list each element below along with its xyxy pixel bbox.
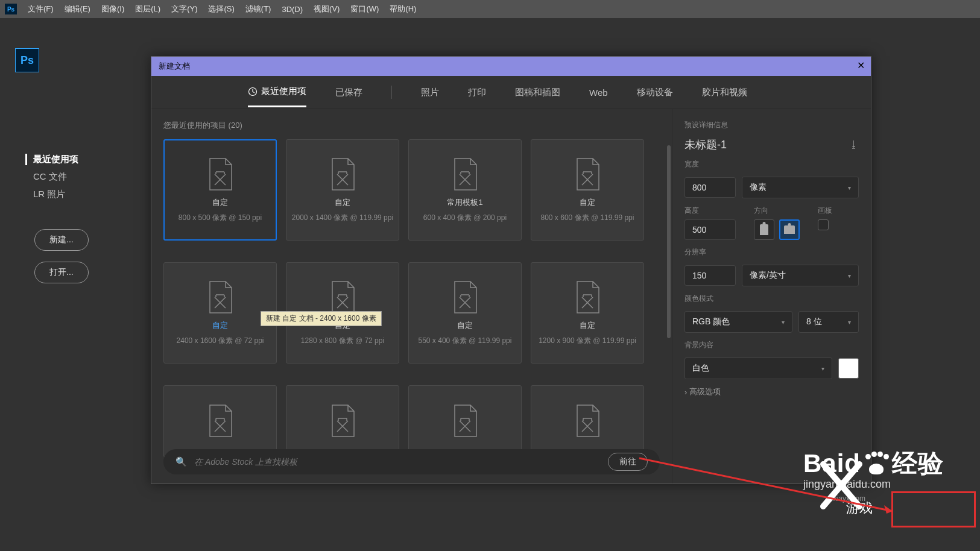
sidebar-cc-files[interactable]: CC 文件 xyxy=(33,171,78,183)
document-icon xyxy=(574,280,601,315)
dialog-titlebar[interactable]: 新建文档 ✕ xyxy=(151,57,871,76)
new-document-dialog: 新建文档 ✕ 最近使用项 已保存 照片 打印 图稿和插图 Web 移动设备 胶片… xyxy=(151,56,871,484)
menu-image[interactable]: 图像(I) xyxy=(101,4,124,14)
document-icon xyxy=(574,404,601,439)
stock-search: 🔍 前往 xyxy=(163,449,660,474)
preset-name: 自定 xyxy=(212,197,228,208)
width-input[interactable] xyxy=(684,177,736,198)
preset-details-panel: 预设详细信息 未标题-1 ⭳ 宽度 像素▾ 高度 方向 xyxy=(672,109,871,483)
preset-name: 自定 xyxy=(335,197,350,208)
preset-item[interactable] xyxy=(408,385,522,458)
presets-panel: 您最近使用的项目 (20) 自定800 x 500 像素 @ 150 ppi自定… xyxy=(151,109,672,483)
preset-item[interactable]: 自定2000 x 1400 像素 @ 119.99 ppi xyxy=(286,139,399,241)
tab-film[interactable]: 胶片和视频 xyxy=(702,78,747,107)
document-icon xyxy=(574,157,601,192)
unit-select[interactable]: 像素▾ xyxy=(742,177,859,198)
unit-value: 像素 xyxy=(750,182,767,193)
new-button[interactable]: 新建... xyxy=(34,229,89,251)
res-unit-value: 像素/英寸 xyxy=(750,270,786,281)
stock-search-input[interactable] xyxy=(194,457,601,467)
artboard-label: 画板 xyxy=(818,206,832,216)
preset-item[interactable] xyxy=(286,385,399,458)
menu-filter[interactable]: 滤镜(T) xyxy=(245,4,271,14)
artboard-checkbox[interactable] xyxy=(818,219,829,230)
preset-name: 自定 xyxy=(580,197,595,208)
bit-depth-value: 8 位 xyxy=(806,316,822,327)
separator xyxy=(391,86,392,99)
color-mode-label: 颜色模式 xyxy=(684,294,859,304)
dialog-body: 您最近使用的项目 (20) 自定800 x 500 像素 @ 150 ppi自定… xyxy=(151,109,871,483)
search-icon: 🔍 xyxy=(175,456,187,467)
preset-info: 2400 x 1600 像素 @ 72 ppi xyxy=(177,336,264,346)
resolution-input[interactable] xyxy=(684,265,736,286)
menu-window[interactable]: 窗口(W) xyxy=(350,4,379,14)
document-icon xyxy=(206,404,234,439)
preset-info: 600 x 400 像素 @ 200 ppi xyxy=(423,213,507,223)
document-icon xyxy=(329,404,356,439)
preset-info: 1200 x 900 像素 @ 119.99 ppi xyxy=(539,336,636,346)
document-icon xyxy=(329,280,356,315)
color-mode-select[interactable]: RGB 颜色▾ xyxy=(684,311,792,333)
preset-grid: 自定800 x 500 像素 @ 150 ppi自定2000 x 1400 像素… xyxy=(163,139,660,476)
background-label: 背景内容 xyxy=(684,340,859,350)
tab-web[interactable]: Web xyxy=(589,79,608,106)
preset-name: 自定 xyxy=(457,320,473,331)
tab-mobile[interactable]: 移动设备 xyxy=(637,78,673,107)
resolution-unit-select[interactable]: 像素/英寸▾ xyxy=(742,265,859,286)
menu-help[interactable]: 帮助(H) xyxy=(390,4,416,14)
menu-3d[interactable]: 3D(D) xyxy=(282,5,303,14)
tab-print[interactable]: 打印 xyxy=(468,78,486,107)
chevron-down-icon: ▾ xyxy=(848,272,851,279)
category-tabs: 最近使用项 已保存 照片 打印 图稿和插图 Web 移动设备 胶片和视频 xyxy=(151,76,871,109)
chevron-down-icon: ▾ xyxy=(821,365,824,372)
document-icon xyxy=(206,280,234,315)
bg-value: 白色 xyxy=(692,363,709,374)
menu-select[interactable]: 选择(S) xyxy=(208,4,234,14)
preset-name: 自定 xyxy=(580,320,595,331)
menu-edit[interactable]: 编辑(E) xyxy=(65,4,90,14)
download-icon[interactable]: ⭳ xyxy=(849,139,859,150)
preset-info: 2000 x 1400 像素 @ 119.99 ppi xyxy=(292,213,393,223)
open-button[interactable]: 打开... xyxy=(34,262,89,283)
menu-view[interactable]: 视图(V) xyxy=(314,4,340,14)
document-name[interactable]: 未标题-1 xyxy=(684,137,727,152)
close-icon[interactable]: ✕ xyxy=(857,60,865,71)
height-input[interactable] xyxy=(684,219,736,240)
sidebar-lr-photos[interactable]: LR 照片 xyxy=(33,189,78,200)
tooltip: 新建 自定 文档 - 2400 x 1600 像素 xyxy=(261,311,382,326)
preset-item[interactable]: 自定800 x 500 像素 @ 150 ppi xyxy=(163,139,277,241)
orientation-portrait[interactable] xyxy=(754,219,774,240)
scrollbar[interactable] xyxy=(667,145,671,338)
menu-type[interactable]: 文字(Y) xyxy=(171,4,197,14)
go-button[interactable]: 前往 xyxy=(608,453,648,471)
details-header: 预设详细信息 xyxy=(684,120,859,130)
document-icon xyxy=(451,280,479,315)
tab-art[interactable]: 图稿和插图 xyxy=(515,78,560,107)
preset-item[interactable] xyxy=(531,385,644,458)
tab-label: 最近使用项 xyxy=(261,86,306,97)
tab-saved[interactable]: 已保存 xyxy=(335,78,362,107)
preset-item[interactable]: 自定550 x 400 像素 @ 119.99 ppi xyxy=(408,262,522,364)
advanced-toggle[interactable]: ›高级选项 xyxy=(684,386,859,397)
preset-item[interactable]: 常用模板1600 x 400 像素 @ 200 ppi xyxy=(408,139,522,241)
background-swatch[interactable] xyxy=(838,358,859,379)
start-buttons: 新建... 打开... xyxy=(34,229,89,283)
dialog-title-text: 新建文档 xyxy=(159,61,190,72)
menu-layer[interactable]: 图层(L) xyxy=(135,4,160,14)
width-label: 宽度 xyxy=(684,159,859,169)
chevron-down-icon: ▾ xyxy=(782,319,785,326)
preset-item[interactable] xyxy=(163,385,277,458)
orientation-landscape[interactable] xyxy=(779,219,800,240)
tab-recent[interactable]: 最近使用项 xyxy=(248,77,306,107)
tab-photo[interactable]: 照片 xyxy=(421,78,439,107)
ps-icon: Ps xyxy=(5,4,17,14)
sidebar-recent[interactable]: 最近使用项 xyxy=(25,154,78,165)
bit-depth-select[interactable]: 8 位▾ xyxy=(798,311,859,333)
preset-item[interactable]: 自定2400 x 1600 像素 @ 72 ppi新建 自定 文档 - 2400… xyxy=(163,262,277,364)
menubar: Ps 文件(F) 编辑(E) 图像(I) 图层(L) 文字(Y) 选择(S) 滤… xyxy=(0,0,980,18)
menu-file[interactable]: 文件(F) xyxy=(28,4,54,14)
preset-item[interactable]: 自定800 x 600 像素 @ 119.99 ppi xyxy=(531,139,644,241)
background-select[interactable]: 白色▾ xyxy=(684,357,832,379)
document-icon xyxy=(329,157,356,192)
preset-item[interactable]: 自定1200 x 900 像素 @ 119.99 ppi xyxy=(531,262,644,364)
